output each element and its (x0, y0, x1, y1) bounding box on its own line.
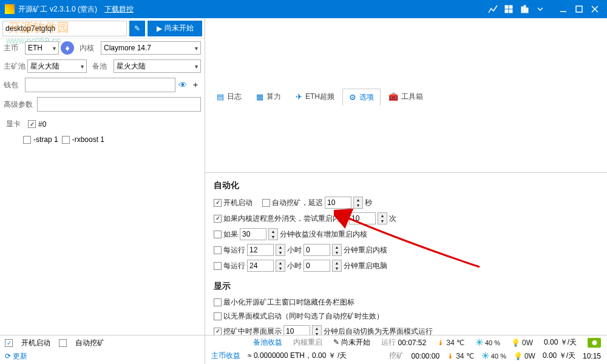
auto-mine-checkbox[interactable] (262, 199, 270, 207)
mins1-input[interactable] (304, 244, 330, 256)
app-version: v2.3.1.0 (堂吉) (50, 4, 97, 15)
options-content: 自动化 开机启动 自动挖矿，延迟 ▲▼ 秒 如果内核进程意外消失，尝试重启内核 … (205, 173, 607, 335)
tab-toolbox[interactable]: 🧰工具箱 (382, 88, 430, 105)
svg-rect-2 (505, 10, 508, 13)
bottom-automine-checkbox[interactable] (59, 339, 67, 347)
spinner[interactable]: ▲▼ (353, 197, 363, 209)
svg-rect-4 (521, 7, 523, 13)
svg-rect-8 (576, 6, 582, 12)
advanced-label: 高级参数 (4, 99, 35, 110)
coin-label: 主币 (4, 43, 23, 53)
wallet-input[interactable] (25, 78, 175, 92)
close-button[interactable] (588, 3, 602, 15)
edit-hostname-button[interactable]: ✎ (129, 21, 145, 36)
strap-label: -strap 1 (33, 135, 58, 144)
tab-log[interactable]: ▤日志 (210, 88, 248, 105)
svg-rect-6 (526, 8, 528, 13)
chevron-down-icon[interactable] (533, 3, 548, 15)
kernel-crash-input[interactable] (349, 212, 376, 224)
fan-icon: ✳ 40 % (475, 337, 500, 348)
tab-options[interactable]: ⚙选项 (342, 89, 381, 106)
gear-icon: ⚙ (349, 93, 356, 102)
app-icon (5, 4, 15, 14)
hours2-input[interactable] (247, 260, 274, 272)
backup-pool-select[interactable]: 星火大陆 (114, 59, 201, 73)
main-coin-link[interactable]: 主币收益 (211, 351, 240, 361)
download-link[interactable]: 下载群控 (104, 4, 134, 15)
log-icon: ▤ (217, 92, 224, 101)
restart-pc-checkbox[interactable] (214, 262, 222, 270)
rxboost-checkbox[interactable] (62, 136, 70, 144)
svg-rect-0 (505, 5, 508, 8)
boot-start-checkbox[interactable] (214, 199, 222, 207)
mins2-input[interactable] (304, 260, 330, 272)
kernel-label: 内核 (80, 43, 99, 53)
rxboost-label: -rxboost 1 (72, 135, 104, 144)
minimize-hide-checkbox[interactable] (214, 298, 222, 306)
profit-minutes-input[interactable] (240, 228, 266, 240)
mining-ui-checkbox[interactable] (214, 328, 222, 335)
mining-ui-input[interactable] (283, 325, 310, 335)
bottom-panel: 开机启动 自动挖矿 ⟳ 更新 备池收益 内核重启 ✎ 尚未开始 运行 00:07… (0, 335, 607, 364)
update-link[interactable]: 更新 (13, 352, 27, 360)
eth-icon: ♦ (61, 41, 74, 55)
start-button[interactable]: ▶ 尚未开始 (148, 21, 202, 36)
minimize-button[interactable] (556, 3, 571, 15)
backup-profit-link[interactable]: 备池收益 (253, 337, 282, 348)
tabs: ▤日志 ▦算力 ✈ETH超频 ⚙选项 🧰工具箱 (205, 18, 607, 173)
nvidia-badge: ⬤ (588, 338, 601, 348)
coin-select[interactable]: ETH (25, 41, 59, 55)
left-panel: ✎ ▶ 尚未开始 主币 ETH ♦ 内核 Claymore 14.7 主矿池 星… (0, 18, 205, 335)
hours1-input[interactable] (247, 244, 274, 256)
advanced-input[interactable] (37, 97, 201, 112)
gpu0-label: #0 (38, 120, 46, 129)
auto-mine-delay-input[interactable] (325, 197, 351, 209)
pool-select[interactable]: 星火大陆 (27, 59, 87, 73)
tab-hashrate[interactable]: ▦算力 (249, 88, 288, 105)
headless-checkbox[interactable] (214, 312, 222, 320)
strap-checkbox[interactable] (23, 136, 31, 144)
auto-title: 自动化 (214, 180, 599, 191)
hashrate-icon: ▦ (256, 92, 263, 101)
profit-restart-checkbox[interactable] (214, 231, 222, 238)
titlebar: 开源矿工 v2.3.1.0 (堂吉) 下载群控 (0, 0, 607, 18)
backup-pool-label: 备池 (92, 61, 112, 72)
eye-icon[interactable]: 👁 (177, 80, 188, 90)
plane-icon: ✈ (296, 92, 302, 101)
gpu0-checkbox[interactable] (28, 120, 36, 128)
pool-label: 主矿池 (4, 61, 25, 72)
wallet-label: 钱包 (4, 80, 23, 90)
add-wallet-icon[interactable]: ＋ (190, 79, 201, 90)
temp-icon: 🌡 34 ℃ (437, 339, 464, 347)
chart-icon[interactable] (486, 3, 500, 15)
kernel-select[interactable]: Claymore 14.7 (101, 41, 201, 55)
kernel-restart-label: 内核重启 (293, 337, 322, 348)
svg-rect-3 (509, 10, 512, 13)
main: ✎ ▶ 尚未开始 主币 ETH ♦ 内核 Claymore 14.7 主矿池 星… (0, 18, 607, 335)
toolbox-icon: 🧰 (388, 92, 398, 101)
app-name: 开源矿工 (18, 4, 47, 15)
maximize-button[interactable] (572, 3, 586, 15)
bottom-boot-checkbox[interactable] (5, 339, 13, 347)
grid-icon[interactable] (501, 3, 516, 15)
restart-kernel-checkbox[interactable] (214, 246, 222, 254)
kernel-crash-checkbox[interactable] (214, 215, 222, 223)
gpu-label: 显卡 (6, 119, 25, 129)
power-icon: 💡 0W (511, 339, 533, 347)
tab-eth-oc[interactable]: ✈ETH超频 (289, 88, 341, 105)
building-icon[interactable] (517, 3, 532, 15)
svg-rect-5 (524, 5, 526, 13)
display-title: 显示 (214, 281, 599, 292)
hostname-input[interactable] (2, 21, 127, 36)
svg-rect-1 (509, 5, 512, 8)
